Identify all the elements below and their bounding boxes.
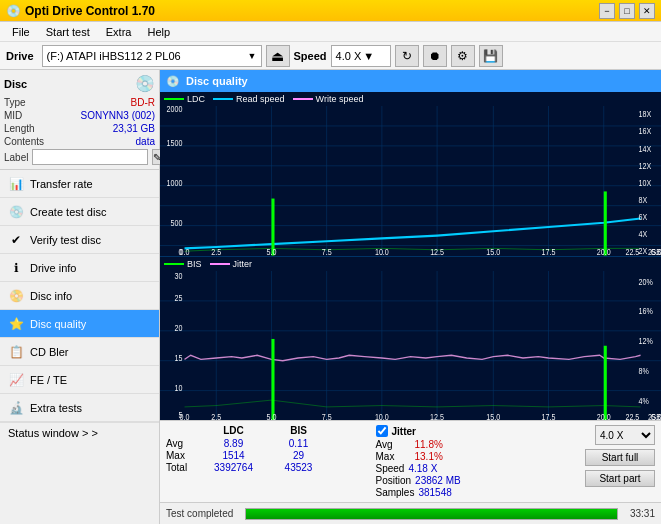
- start-full-button[interactable]: Start full: [585, 449, 655, 466]
- status-window-label: Status window > >: [8, 427, 98, 439]
- toolbar: Drive (F:) ATAPI iHBS112 2 PL06 ▼ ⏏ Spee…: [0, 42, 661, 70]
- speed-dropdown-stats[interactable]: 4.0 X: [595, 425, 655, 445]
- svg-text:4X: 4X: [639, 228, 648, 239]
- bis-max: 29: [266, 450, 331, 461]
- nav-icon-drive-info: ℹ: [8, 261, 24, 275]
- legend-write-speed: Write speed: [316, 94, 364, 104]
- chart1-svg-wrapper: 2000 1500 1000 500 0 0.0: [160, 106, 661, 256]
- stats-right: 4.0 X Start full Start part: [581, 425, 655, 487]
- speed-select[interactable]: 4.0 X ▼: [331, 45, 391, 67]
- drive-select[interactable]: (F:) ATAPI iHBS112 2 PL06 ▼: [42, 45, 262, 67]
- svg-text:0.0: 0.0: [180, 411, 190, 420]
- type-label: Type: [4, 97, 26, 108]
- svg-text:20%: 20%: [639, 275, 654, 286]
- nav-label-disc-info: Disc info: [30, 290, 72, 302]
- svg-text:7.5: 7.5: [322, 411, 332, 420]
- chart2-svg-wrapper: 30 25 20 15 10 5 0: [160, 271, 661, 421]
- jitter-avg: 11.8%: [415, 439, 443, 450]
- stats-area: LDC BIS Avg 8.89 0.11 Max 1514 29 Tota: [160, 420, 661, 502]
- refresh-button[interactable]: ↻: [395, 45, 419, 67]
- nav-item-verify-test-disc[interactable]: ✔ Verify test disc: [0, 226, 159, 254]
- svg-text:2.5: 2.5: [211, 246, 221, 255]
- drive-value: (F:) ATAPI iHBS112 2 PL06: [47, 50, 244, 62]
- svg-rect-0: [160, 106, 661, 256]
- jitter-checkbox[interactable]: [376, 425, 388, 437]
- total-label: Total: [166, 462, 201, 473]
- svg-text:17.5: 17.5: [542, 246, 556, 255]
- menu-file[interactable]: File: [4, 25, 38, 39]
- menubar: File Start test Extra Help: [0, 22, 661, 42]
- disc-title: Disc: [4, 78, 27, 90]
- svg-rect-63: [271, 338, 274, 420]
- svg-text:16X: 16X: [639, 125, 652, 136]
- svg-text:16%: 16%: [639, 305, 654, 316]
- maximize-button[interactable]: □: [619, 3, 635, 19]
- progress-bar: [245, 508, 618, 520]
- svg-text:22.5: 22.5: [625, 411, 639, 420]
- contents-value: data: [136, 136, 155, 147]
- statusbar: Test completed 33:31: [160, 502, 661, 524]
- svg-text:2000: 2000: [167, 106, 183, 114]
- svg-text:25: 25: [175, 291, 183, 302]
- svg-text:15: 15: [175, 351, 183, 362]
- disc-label-input[interactable]: [32, 149, 148, 165]
- jitter-max: 13.1%: [415, 451, 443, 462]
- svg-text:10X: 10X: [639, 177, 652, 188]
- samples-value: 381548: [418, 487, 451, 498]
- nav-item-disc-info[interactable]: 📀 Disc info: [0, 282, 159, 310]
- svg-text:15.0: 15.0: [486, 246, 500, 255]
- status-time: 33:31: [630, 508, 655, 519]
- close-button[interactable]: ✕: [639, 3, 655, 19]
- svg-text:2.5: 2.5: [211, 411, 221, 420]
- settings-button[interactable]: ⚙: [451, 45, 475, 67]
- svg-text:10.0: 10.0: [375, 246, 389, 255]
- length-label: Length: [4, 123, 35, 134]
- menu-extra[interactable]: Extra: [98, 25, 140, 39]
- main-layout: Disc 💿 Type BD-R MID SONYNN3 (002) Lengt…: [0, 70, 661, 524]
- nav-label-drive-info: Drive info: [30, 262, 76, 274]
- sidebar: Disc 💿 Type BD-R MID SONYNN3 (002) Lengt…: [0, 70, 160, 524]
- nav-label-cd-bier: CD Bler: [30, 346, 69, 358]
- svg-rect-64: [604, 345, 607, 420]
- status-window-item[interactable]: Status window > >: [0, 422, 159, 443]
- col-ldc: LDC: [201, 425, 266, 436]
- nav-item-cd-bier[interactable]: 📋 CD Bler: [0, 338, 159, 366]
- legend-ldc: LDC: [187, 94, 205, 104]
- svg-text:1000: 1000: [167, 177, 183, 188]
- save-button[interactable]: 💾: [479, 45, 503, 67]
- svg-text:500: 500: [171, 216, 183, 227]
- svg-text:4%: 4%: [639, 395, 650, 406]
- nav-item-drive-info[interactable]: ℹ Drive info: [0, 254, 159, 282]
- menu-help[interactable]: Help: [139, 25, 178, 39]
- nav-item-fe-te[interactable]: 📈 FE / TE: [0, 366, 159, 394]
- drive-dropdown-icon: ▼: [248, 51, 257, 61]
- nav-icon-disc-quality: ⭐: [8, 317, 24, 331]
- position-label: Position: [376, 475, 412, 486]
- record-button[interactable]: ⏺: [423, 45, 447, 67]
- nav-item-extra-tests[interactable]: 🔬 Extra tests: [0, 394, 159, 422]
- svg-text:GB: GB: [651, 246, 661, 255]
- nav-item-disc-quality[interactable]: ⭐ Disc quality: [0, 310, 159, 338]
- app-icon: 💿: [6, 4, 21, 18]
- titlebar-controls: − □ ✕: [599, 3, 655, 19]
- chart1-svg: 2000 1500 1000 500 0 0.0: [160, 106, 661, 256]
- mid-value: SONYNN3 (002): [81, 110, 155, 121]
- chart2-legend: BIS Jitter: [160, 256, 661, 271]
- length-value: 23,31 GB: [113, 123, 155, 134]
- nav-icon-fe-te: 📈: [8, 373, 24, 387]
- nav-item-transfer-rate[interactable]: 📊 Transfer rate: [0, 170, 159, 198]
- disc-label-label: Label: [4, 152, 28, 163]
- eject-button[interactable]: ⏏: [266, 45, 290, 67]
- start-part-button[interactable]: Start part: [585, 470, 655, 487]
- svg-text:7.5: 7.5: [322, 246, 332, 255]
- legend-read-speed: Read speed: [236, 94, 285, 104]
- svg-text:12X: 12X: [639, 159, 652, 170]
- jitter-avg-label: Avg: [376, 439, 411, 450]
- contents-label: Contents: [4, 136, 44, 147]
- svg-text:12%: 12%: [639, 335, 654, 346]
- minimize-button[interactable]: −: [599, 3, 615, 19]
- svg-text:GB: GB: [651, 411, 661, 420]
- menu-start-test[interactable]: Start test: [38, 25, 98, 39]
- nav-item-create-test-disc[interactable]: 💿 Create test disc: [0, 198, 159, 226]
- legend-jitter: Jitter: [233, 259, 253, 269]
